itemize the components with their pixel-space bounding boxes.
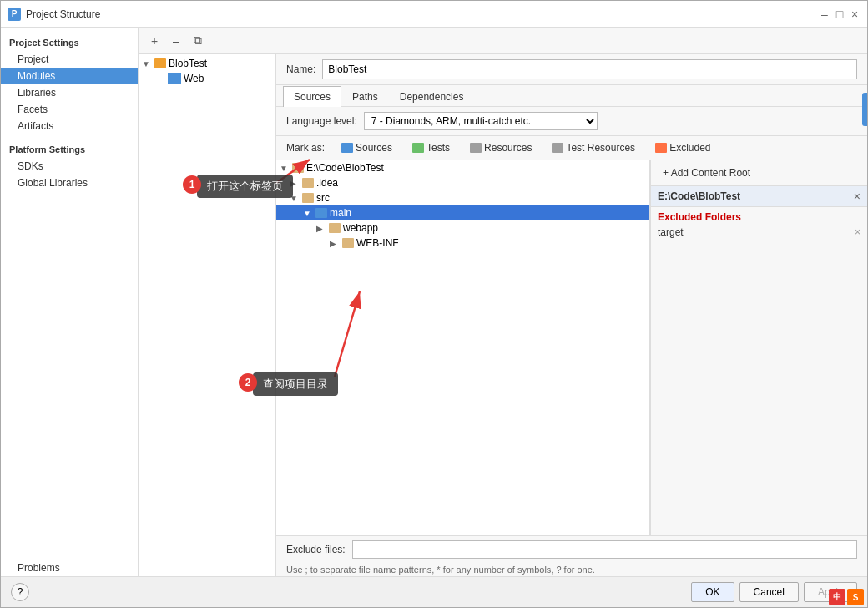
mark-tests-button[interactable]: Tests bbox=[406, 140, 457, 155]
web-module-icon bbox=[168, 73, 181, 84]
annotation-circle-1: 1 bbox=[183, 175, 201, 194]
module-folder-icon bbox=[154, 58, 166, 68]
language-level-select[interactable]: 7 - Diamonds, ARM, multi-catch etc. bbox=[364, 112, 598, 130]
sidebar-item-modules[interactable]: Modules bbox=[1, 68, 138, 84]
file-tree: ▼ E:\Code\BlobTest ▶ .idea bbox=[276, 160, 650, 535]
cancel-button[interactable]: Cancel bbox=[739, 582, 799, 602]
exclude-files-row: Exclude files: bbox=[276, 535, 867, 563]
main-folder-icon bbox=[315, 208, 327, 218]
excluded-item-target: target × bbox=[651, 225, 867, 240]
language-level-label: Language level: bbox=[286, 115, 357, 127]
tests-folder-icon bbox=[412, 143, 424, 153]
name-label: Name: bbox=[286, 63, 315, 75]
mark-resources-button[interactable]: Resources bbox=[463, 140, 538, 155]
language-level-row: Language level: 7 - Diamonds, ARM, multi… bbox=[276, 107, 867, 136]
resources-folder-icon bbox=[470, 143, 482, 153]
mark-excluded-button[interactable]: Excluded bbox=[648, 140, 717, 155]
mark-as-row: Mark as: Sources Tests Resources bbox=[276, 136, 867, 160]
maximize-button[interactable]: □ bbox=[834, 8, 845, 20]
test-resources-folder-icon bbox=[552, 143, 563, 153]
remove-module-button[interactable]: – bbox=[167, 32, 185, 50]
close-button[interactable]: × bbox=[849, 8, 860, 20]
tabs-row: Sources Paths Dependencies bbox=[276, 85, 867, 107]
module-list: ▼ BlobTest Web bbox=[139, 54, 276, 576]
annotation-bubble-2: 查阅项目目录 bbox=[253, 372, 338, 396]
tree-webinf[interactable]: ▶ WEB-INF bbox=[276, 236, 649, 251]
add-module-button[interactable]: + bbox=[145, 32, 164, 50]
status-bar: 中 S bbox=[825, 587, 867, 607]
tab-sources[interactable]: Sources bbox=[283, 86, 341, 107]
expand-arrow: ▼ bbox=[142, 59, 152, 68]
platform-settings-label: Platform Settings bbox=[1, 141, 138, 158]
main-content: Project Settings Project Modules Librari… bbox=[1, 28, 867, 576]
excluded-folder-icon bbox=[655, 143, 667, 153]
module-blobtest[interactable]: ▼ BlobTest bbox=[139, 56, 275, 71]
tree-main[interactable]: ▼ main bbox=[276, 205, 649, 220]
annotation-bubble-1: 打开这个标签页 bbox=[197, 175, 293, 198]
ok-button[interactable]: OK bbox=[691, 582, 734, 602]
title-bar: P Project Structure – □ × bbox=[1, 1, 867, 28]
add-content-root-button[interactable]: + Add Content Root bbox=[658, 165, 755, 181]
tab-dependencies[interactable]: Dependencies bbox=[389, 86, 475, 107]
sidebar-item-problems[interactable]: Problems bbox=[1, 560, 138, 576]
mark-test-resources-button[interactable]: Test Resources bbox=[545, 140, 642, 155]
annotation-circle-2: 2 bbox=[239, 373, 257, 392]
window-title: Project Structure bbox=[26, 8, 100, 20]
sidebar-item-project[interactable]: Project bbox=[1, 51, 138, 68]
mark-as-label: Mark as: bbox=[286, 142, 325, 154]
tree-webapp[interactable]: ▶ webapp bbox=[276, 220, 649, 236]
sidebar-divider bbox=[1, 134, 138, 141]
webinf-folder-icon bbox=[342, 238, 354, 248]
module-toolbar: + – ⧉ bbox=[139, 28, 867, 54]
module-name-input[interactable] bbox=[322, 59, 857, 79]
tree-root[interactable]: ▼ E:\Code\BlobTest bbox=[276, 160, 649, 175]
project-settings-label: Project Settings bbox=[1, 34, 138, 51]
title-bar-left: P Project Structure bbox=[8, 8, 100, 21]
exclude-files-hint: Use ; to separate file name patterns, * … bbox=[276, 563, 867, 576]
dialog-buttons: ? OK Cancel Apply bbox=[1, 576, 867, 607]
excluded-folders-title: Excluded Folders bbox=[651, 207, 867, 225]
right-accent-bar bbox=[862, 93, 867, 126]
remove-content-root-button[interactable]: × bbox=[854, 190, 860, 203]
project-structure-dialog: P Project Structure – □ × Project Settin… bbox=[0, 0, 868, 608]
add-content-root-header: + Add Content Root bbox=[651, 160, 867, 186]
name-row: Name: bbox=[276, 54, 867, 85]
center-panel: + – ⧉ ▼ BlobTest Web bbox=[139, 28, 867, 576]
status-icon-cn: 中 bbox=[829, 589, 845, 605]
excluded-panel: + Add Content Root E:\Code\BlobTest × Ex… bbox=[650, 160, 867, 535]
title-bar-buttons: – □ × bbox=[819, 8, 860, 20]
content-area: ▼ BlobTest Web Name: bbox=[139, 54, 867, 576]
sources-folder-icon bbox=[341, 143, 353, 153]
sidebar-item-global-libraries[interactable]: Global Libraries bbox=[1, 175, 138, 191]
right-panel: Name: Sources Paths Dependencies Languag… bbox=[276, 54, 867, 576]
sidebar-item-facets[interactable]: Facets bbox=[1, 101, 138, 118]
sidebar-item-artifacts[interactable]: Artifacts bbox=[1, 118, 138, 134]
remove-excluded-button[interactable]: × bbox=[855, 226, 860, 238]
status-icon-s: S bbox=[847, 589, 864, 605]
app-icon: P bbox=[8, 8, 21, 21]
sidebar-item-libraries[interactable]: Libraries bbox=[1, 84, 138, 101]
module-web[interactable]: Web bbox=[139, 71, 275, 86]
root-folder-icon bbox=[292, 163, 304, 173]
content-root-path-bar: E:\Code\BlobTest × bbox=[651, 186, 867, 207]
webapp-folder-icon bbox=[329, 223, 341, 233]
exclude-files-label: Exclude files: bbox=[286, 544, 346, 555]
tab-paths[interactable]: Paths bbox=[341, 86, 389, 107]
src-folder-icon bbox=[302, 193, 314, 203]
sidebar-item-sdks[interactable]: SDKs bbox=[1, 158, 138, 175]
exclude-files-input[interactable] bbox=[352, 540, 857, 559]
file-area: ▼ E:\Code\BlobTest ▶ .idea bbox=[276, 160, 867, 535]
mark-sources-button[interactable]: Sources bbox=[335, 140, 399, 155]
sidebar: Project Settings Project Modules Librari… bbox=[1, 28, 139, 576]
tree-idea[interactable]: ▶ .idea bbox=[276, 175, 649, 190]
copy-module-button[interactable]: ⧉ bbox=[189, 32, 207, 50]
tree-src[interactable]: ▼ src bbox=[276, 190, 649, 205]
idea-folder-icon bbox=[302, 178, 314, 188]
minimize-button[interactable]: – bbox=[819, 8, 830, 20]
content-root-path: E:\Code\BlobTest bbox=[658, 190, 740, 202]
help-button[interactable]: ? bbox=[11, 583, 29, 601]
